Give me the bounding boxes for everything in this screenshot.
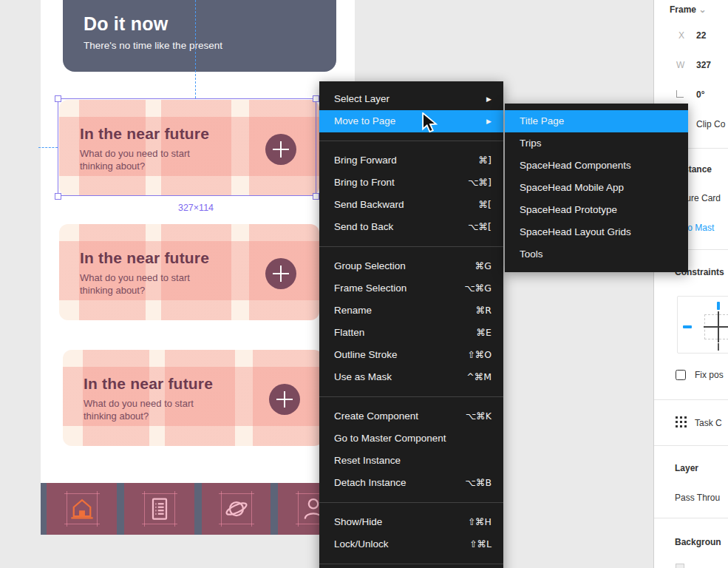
panel-divider	[654, 399, 728, 400]
rotation-value-field[interactable]: 0°	[696, 89, 704, 100]
layer-section-header: Layer	[675, 463, 698, 473]
panel-divider	[654, 445, 728, 446]
menu-item-group-selection[interactable]: Group Selection ⌘G	[319, 255, 503, 277]
submenu-arrow-icon: ▶	[486, 110, 491, 132]
constraints-cross	[704, 326, 728, 328]
smart-guide-horizontal	[38, 147, 58, 148]
menu-item-use-as-mask[interactable]: Use as Mask ^⌘M	[319, 366, 503, 388]
menu-item-bring-forward[interactable]: Bring Forward ⌘]	[319, 149, 503, 172]
nav-cell-home[interactable]	[47, 483, 117, 535]
frame-type-dropdown[interactable]: Frame ⌄	[670, 4, 706, 15]
width-value-field[interactable]: 327	[696, 60, 711, 70]
smart-guide-vertical	[195, 0, 196, 98]
constraint-bottom[interactable]	[718, 343, 719, 351]
menu-item-select-layer[interactable]: Select Layer ▶	[319, 88, 503, 110]
clip-content-label[interactable]: Clip Co	[696, 119, 725, 129]
menu-item-frame-selection[interactable]: Frame Selection ⌥⌘G	[319, 277, 503, 300]
submenu-item-tools[interactable]: Tools	[505, 243, 688, 266]
hero-card-title: Do it now	[84, 13, 168, 35]
design-frame[interactable]: Do it now There's no time like the prese…	[41, 0, 355, 535]
planet-icon[interactable]	[223, 496, 250, 522]
bottom-nav-bar	[41, 483, 355, 535]
submenu-item-spacehead-components[interactable]: SpaceHead Components	[505, 155, 688, 177]
inspector-panel: Frame ⌄ X 22 W 327 0° Clip Co stance tur…	[653, 0, 728, 568]
width-label: W	[676, 60, 684, 70]
submenu-item-spacehead-mobile-app[interactable]: SpaceHead Mobile App	[505, 177, 688, 199]
selection-handle-bl[interactable]	[55, 193, 61, 200]
component-grid-icon	[676, 416, 688, 429]
menu-item-outline-stroke[interactable]: Outline Stroke ⇧⌘O	[319, 344, 503, 366]
list-icon[interactable]	[146, 496, 173, 522]
selection-outline	[58, 98, 316, 196]
menu-separator	[319, 502, 503, 503]
submenu-arrow-icon: ▶	[486, 88, 491, 110]
blend-mode-dropdown[interactable]: Pass Throu	[675, 493, 720, 503]
selection-dimensions-label: 327×114	[148, 203, 244, 213]
go-to-master-link[interactable]: to Mast	[685, 223, 714, 233]
card-title: In the near future	[84, 375, 213, 393]
plus-icon[interactable]	[265, 258, 296, 289]
card-subtitle: What do you need to start thinking about…	[80, 271, 220, 297]
menu-separator	[319, 246, 503, 247]
background-section-header: Backgroun	[675, 537, 721, 547]
menu-item-send-backward[interactable]: Send Backward ⌘[	[319, 194, 503, 216]
figma-app: Do it now There's no time like the prese…	[0, 0, 728, 568]
move-to-page-submenu: Title Page Trips SpaceHead Components Sp…	[505, 104, 688, 272]
menu-item-flatten[interactable]: Flatten ⌘E	[319, 322, 503, 344]
menu-item-go-to-master-component[interactable]: Go to Master Component	[319, 427, 503, 450]
future-card-3[interactable]: In the near future What do you need to s…	[63, 350, 323, 446]
background-color-swatch[interactable]	[676, 564, 684, 568]
menu-separator	[319, 396, 503, 397]
x-value-field[interactable]: 22	[696, 30, 706, 41]
nav-cell-list[interactable]	[124, 483, 194, 535]
plus-icon[interactable]	[269, 384, 300, 415]
submenu-item-title-page[interactable]: Title Page	[505, 110, 688, 132]
fix-position-checkbox[interactable]	[676, 370, 686, 380]
hero-card-subtitle: There's no time like the present	[84, 40, 222, 51]
menu-item-send-to-back[interactable]: Send to Back ⌥⌘[	[319, 216, 503, 238]
submenu-item-trips[interactable]: Trips	[505, 132, 688, 155]
menu-separator	[319, 141, 503, 141]
mouse-cursor-icon	[421, 112, 439, 136]
menu-item-reset-instance[interactable]: Reset Instance	[319, 450, 503, 472]
submenu-item-spacehead-prototype[interactable]: SpaceHead Prototype	[505, 199, 688, 221]
x-label: X	[678, 30, 684, 41]
fix-position-label: Fix pos	[695, 370, 724, 380]
menu-item-lock-unlock[interactable]: Lock/Unlock ⇧⌘L	[319, 533, 503, 555]
card-title: In the near future	[80, 249, 209, 267]
selection-handle-tr[interactable]	[313, 95, 319, 102]
component-row-label[interactable]: Task C	[695, 418, 722, 428]
menu-item-rename[interactable]: Rename ⌘R	[319, 300, 503, 322]
menu-separator	[319, 564, 503, 564]
home-icon[interactable]	[69, 496, 95, 522]
nav-cell-planet[interactable]	[202, 483, 271, 535]
menu-item-detach-instance[interactable]: Detach Instance ⌥⌘B	[319, 472, 503, 494]
submenu-item-spacehead-layout-grids[interactable]: SpaceHead Layout Grids	[505, 221, 688, 243]
panel-divider	[654, 518, 728, 518]
context-menu: Select Layer ▶ Move to Page ▶ Bring Forw…	[319, 81, 503, 568]
constraints-widget[interactable]	[677, 296, 728, 354]
chevron-down-icon: ⌄	[698, 4, 706, 15]
constraint-top-active[interactable]	[717, 302, 720, 310]
instance-name-dropdown[interactable]: ture Card	[684, 193, 721, 203]
card-subtitle: What do you need to start thinking about…	[84, 397, 224, 422]
menu-item-show-hide[interactable]: Show/Hide ⇧⌘H	[319, 511, 503, 533]
rotation-icon	[676, 90, 684, 98]
future-card-2[interactable]: In the near future What do you need to s…	[59, 224, 319, 320]
selection-handle-br[interactable]	[313, 193, 319, 200]
selection-handle-tl[interactable]	[55, 95, 61, 102]
menu-item-move-to-page[interactable]: Move to Page ▶	[319, 110, 503, 132]
hero-card[interactable]: Do it now There's no time like the prese…	[63, 0, 336, 72]
constraint-left-active[interactable]	[683, 325, 692, 328]
menu-item-create-component[interactable]: Create Component ⌥⌘K	[319, 405, 503, 427]
menu-item-bring-to-front[interactable]: Bring to Front ⌥⌘]	[319, 172, 503, 194]
